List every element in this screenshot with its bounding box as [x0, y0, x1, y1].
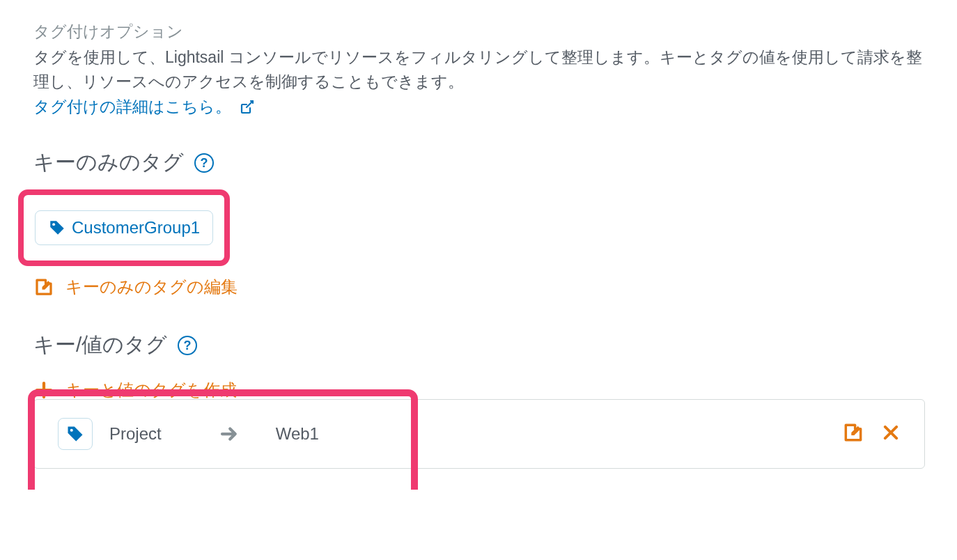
learn-more-text: タグ付けの詳細はこちら。 [33, 96, 231, 118]
edit-key-only-text: キーのみのタグの編集 [65, 276, 238, 298]
create-key-value-tag-link[interactable]: キーと値のタグを作成 [33, 379, 237, 401]
key-only-heading-text: キーのみのタグ [33, 148, 184, 177]
svg-point-2 [52, 223, 55, 226]
key-only-tags-heading: キーのみのタグ ? [33, 148, 924, 177]
svg-text:?: ? [201, 156, 208, 170]
key-value-heading-text: キー/値のタグ [33, 331, 167, 359]
create-key-value-text: キーと値のタグを作成 [65, 379, 237, 401]
key-only-highlight: CustomerGroup1 [18, 189, 230, 266]
kv-actions [842, 421, 901, 446]
key-only-tag-chip[interactable]: CustomerGroup1 [35, 210, 213, 245]
delete-kv-button[interactable] [881, 423, 901, 445]
learn-more-link[interactable]: タグ付けの詳細はこちら。 [33, 96, 255, 118]
kv-key-text: Project [109, 424, 162, 444]
svg-point-5 [70, 429, 73, 432]
edit-icon [33, 277, 54, 297]
edit-key-only-tags-link[interactable]: キーのみのタグの編集 [33, 276, 238, 298]
tag-icon-box [58, 418, 93, 450]
key-value-row: Project Web1 [33, 399, 925, 469]
help-icon[interactable]: ? [177, 335, 198, 356]
tagging-options-label: タグ付けオプション [33, 21, 924, 42]
external-link-icon [238, 99, 255, 116]
key-value-left: Project Web1 [58, 418, 319, 450]
kv-value-text: Web1 [276, 424, 319, 444]
arrow-right-icon [219, 423, 240, 444]
edit-kv-button[interactable] [842, 421, 864, 446]
tag-icon [48, 219, 66, 237]
plus-icon [33, 380, 54, 400]
tagging-description: タグを使用して、Lightsail コンソールでリソースをフィルタリングして整理… [33, 45, 924, 93]
tag-chip-text: CustomerGroup1 [72, 218, 200, 238]
svg-text:?: ? [184, 339, 192, 352]
key-value-tags-heading: キー/値のタグ ? [33, 331, 924, 359]
help-icon[interactable]: ? [194, 153, 215, 173]
